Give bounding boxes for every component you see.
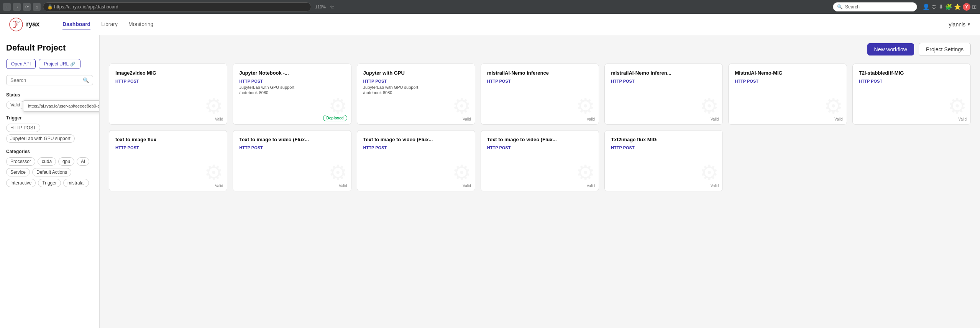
workflow-method: HTTP POST — [611, 145, 716, 150]
workflow-title: Image2video MIG — [115, 70, 221, 77]
category-filters: Processor cuda gpu AI Service Default Ac… — [6, 157, 93, 187]
workflow-status: Valid — [958, 117, 967, 121]
content-area: New workflow Project Settings Image2vide… — [100, 35, 980, 328]
workflow-card[interactable]: T2I-stabblediff-MIG HTTP POST ⚙ Valid — [852, 64, 971, 125]
workflow-sub1: JupyterLab with GPU support — [363, 85, 469, 90]
workflow-bg-icon: ⚙ — [700, 96, 719, 117]
workflow-card[interactable]: Text to image to video (Flux... HTTP POS… — [481, 130, 599, 191]
reload-button[interactable]: ⟳ — [23, 3, 31, 11]
status-filter-valid[interactable]: Valid — [6, 101, 25, 109]
workflow-card[interactable]: Text to image to video (Flux... HTTP POS… — [233, 130, 351, 191]
workflow-title: Jupyter Notebook -... — [239, 70, 345, 77]
workflow-method: HTTP POST — [115, 145, 221, 150]
workflow-title: text to image flux — [115, 137, 221, 143]
workflow-card[interactable]: text to image flux HTTP POST ⚙ Valid — [109, 130, 227, 191]
workflow-card[interactable]: mistrailAI-Nemo inference HTTP POST ⚙ Va… — [481, 64, 599, 125]
trigger-filter-http[interactable]: HTTP POST — [6, 124, 40, 132]
link-icon: 🔗 — [70, 62, 76, 67]
workflow-status: Valid — [834, 117, 843, 121]
workflow-card[interactable]: Text to image to video (Flux... HTTP POS… — [357, 130, 475, 191]
content-header: New workflow Project Settings — [109, 43, 971, 56]
app-header: ryax Dashboard Library Monitoring yianni… — [0, 14, 980, 35]
home-button[interactable]: ⌂ — [33, 3, 41, 11]
workflow-card[interactable]: Image2video MIG HTTP POST ⚙ Valid — [109, 64, 227, 125]
cat-cuda[interactable]: cuda — [38, 157, 56, 166]
cat-default-actions[interactable]: Default Actions — [32, 168, 71, 176]
workflow-sub2: /notebook 8080 — [363, 90, 469, 95]
workflow-card[interactable]: Jupyter Notebook -... HTTP POST JupyterL… — [233, 64, 351, 125]
nav-dashboard[interactable]: Dashboard — [62, 20, 90, 29]
workflow-title: mistrailAI-Nemo inference — [487, 70, 593, 77]
workflow-card[interactable]: mistrailAI-Nemo inferen... HTTP POST ⚙ V… — [604, 64, 723, 125]
url-bar[interactable]: 🔒 https://ai.ryax.io/app/dashboard — [43, 2, 311, 11]
cat-mistralai[interactable]: mistralai — [63, 179, 89, 187]
search-icon: 🔍 — [837, 4, 843, 10]
workflow-method: HTTP POST — [859, 79, 964, 83]
trigger-filters: HTTP POST JupyterLab with GPU support — [6, 124, 93, 143]
workflow-status: Valid — [215, 184, 223, 188]
workflow-status: Valid — [587, 184, 595, 188]
star-icon[interactable]: ☆ — [330, 4, 335, 10]
user-menu-button[interactable]: yiannis ▼ — [949, 21, 971, 28]
url-text: https://ai.ryax.io/app/dashboard — [54, 4, 118, 10]
cat-processor[interactable]: Processor — [6, 157, 35, 166]
project-settings-button[interactable]: Project Settings — [919, 43, 971, 56]
workflow-title: MistralAI-Nemo-MIG — [735, 70, 840, 77]
search-input[interactable] — [10, 77, 83, 83]
project-url-button[interactable]: Project URL 🔗 — [39, 59, 80, 69]
zoom-level: 110% — [314, 5, 327, 9]
cat-ai[interactable]: AI — [77, 157, 89, 166]
workflow-title: Text to image to video (Flux... — [487, 137, 593, 143]
workflow-card[interactable]: MistralAI-Nemo-MIG HTTP POST ⚙ Valid — [728, 64, 847, 125]
sidebar-actions: Open API Project URL 🔗 — [6, 59, 93, 69]
workflow-bg-icon: ⚙ — [824, 96, 843, 117]
trigger-label: Trigger — [6, 115, 93, 121]
workflow-bg-icon: ⚙ — [700, 162, 719, 183]
workflow-status: Valid — [587, 117, 595, 121]
nav-monitoring[interactable]: Monitoring — [128, 20, 153, 29]
workflow-grid-row1: Image2video MIG HTTP POST ⚙ Valid Jupyte… — [109, 64, 971, 125]
workflow-bg-icon: ⚙ — [204, 96, 223, 117]
chevron-down-icon: ▼ — [967, 22, 971, 26]
workflow-bg-icon: ⚙ — [576, 162, 595, 183]
main-layout: Default Project https://ai.ryax.io/user-… — [0, 35, 980, 328]
workflow-card[interactable]: Jupyter with GPU HTTP POST JupyterLab wi… — [357, 64, 475, 125]
workflow-card[interactable]: Txt2image flux MIG HTTP POST ⚙ Valid — [604, 130, 723, 191]
open-api-label: Open API — [11, 61, 31, 67]
workflow-title: Text to image to video (Flux... — [363, 137, 469, 143]
new-workflow-button[interactable]: New workflow — [867, 43, 914, 55]
browser-search-bar[interactable]: 🔍 Search — [833, 2, 917, 11]
workflow-status: Valid — [463, 184, 471, 188]
status-label: Status — [6, 92, 93, 98]
workflow-title: Text to image to video (Flux... — [239, 137, 345, 143]
workflow-status: Deployed — [323, 115, 347, 121]
main-nav: Dashboard Library Monitoring — [62, 20, 153, 29]
svg-point-1 — [15, 23, 18, 26]
nav-library[interactable]: Library — [101, 20, 118, 29]
header-right: yiannis ▼ — [949, 21, 971, 28]
cat-service[interactable]: Service — [6, 168, 30, 176]
workflow-title: mistrailAI-Nemo inferen... — [611, 70, 716, 77]
tooltip-text: https://ai.ryax.io/user-api/eeeee8eb0-ef… — [28, 104, 100, 108]
sidebar-search[interactable]: 🔍 — [6, 75, 93, 85]
workflow-title: Jupyter with GPU — [363, 70, 469, 77]
browser-extensions: 👤 🛡 ⬇ 🧩 ⭐ Y ⊞ — [923, 3, 977, 11]
cat-trigger[interactable]: Trigger — [38, 179, 61, 187]
workflow-status: Valid — [463, 117, 471, 121]
workflow-method: HTTP POST — [363, 79, 469, 83]
workflow-title: Txt2image flux MIG — [611, 137, 716, 143]
back-button[interactable]: ← — [3, 3, 11, 11]
url-tooltip: https://ai.ryax.io/user-api/eeeee8eb0-ef… — [23, 100, 100, 112]
trigger-filter-jupyter[interactable]: JupyterLab with GPU support — [6, 134, 75, 143]
project-title: Default Project — [6, 43, 93, 53]
cat-interactive[interactable]: Interactive — [6, 179, 36, 187]
workflow-method: HTTP POST — [363, 145, 469, 150]
username-label: yiannis — [949, 21, 966, 28]
logo-area: ryax — [9, 18, 39, 31]
workflow-method: HTTP POST — [115, 79, 221, 83]
cat-gpu[interactable]: gpu — [58, 157, 74, 166]
open-api-button[interactable]: Open API — [6, 59, 36, 69]
workflow-status: Valid — [215, 117, 223, 121]
categories-label: Categories — [6, 149, 93, 154]
forward-button[interactable]: → — [13, 3, 21, 11]
